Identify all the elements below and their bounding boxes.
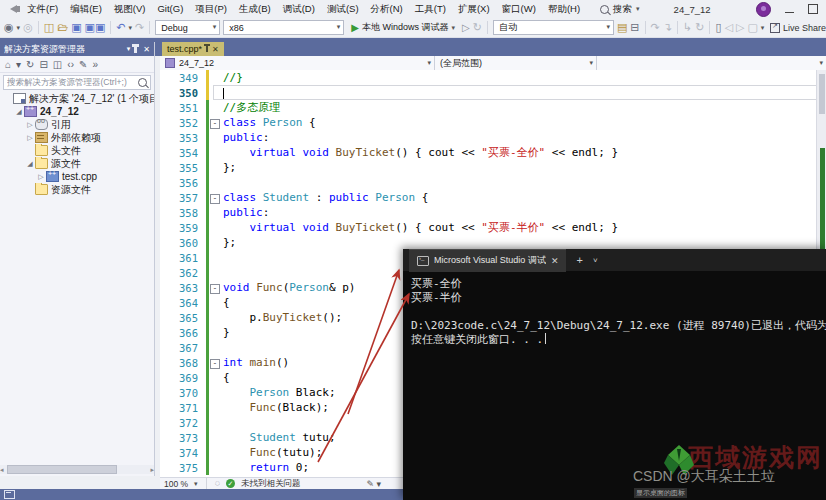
- code-line[interactable]: 350: [160, 85, 826, 100]
- menu-item[interactable]: 分析(N): [365, 1, 409, 18]
- menu-item[interactable]: Git(G): [151, 1, 189, 18]
- nav-back-icon[interactable]: ◉: [4, 22, 14, 33]
- start-without-debug-icon[interactable]: ▷: [462, 22, 470, 33]
- tree-expander-icon[interactable]: ▷: [25, 134, 35, 142]
- close-icon[interactable]: ✕: [551, 256, 559, 266]
- breakpoint-icon[interactable]: ⊟: [630, 22, 639, 33]
- member-dropdown[interactable]: ▾: [597, 56, 826, 70]
- chevron-down-icon[interactable]: ˅: [593, 256, 598, 265]
- properties-icon[interactable]: ✎: [79, 59, 87, 70]
- fold-marker-icon[interactable]: -: [209, 191, 221, 204]
- tree-item[interactable]: ▷test.cpp: [0, 170, 154, 183]
- tree-item[interactable]: 资源文件: [0, 183, 154, 196]
- code-line[interactable]: 351//多态原理: [160, 100, 826, 115]
- new-tab-icon[interactable]: +: [576, 254, 582, 266]
- scope-dropdown[interactable]: (全局范围) ▾: [435, 56, 597, 70]
- menu-item[interactable]: 扩展(X): [452, 1, 496, 18]
- menu-item[interactable]: 视图(V): [108, 1, 152, 18]
- step-out-icon[interactable]: ↳: [683, 22, 692, 33]
- tree-item[interactable]: 解决方案 '24_7_12' (1 个项目，共 1 个: [0, 92, 154, 105]
- fold-marker-icon[interactable]: -: [209, 356, 221, 369]
- open-file-icon[interactable]: 🗁: [57, 22, 68, 33]
- attach-icon[interactable]: ▤: [617, 22, 627, 33]
- scroll-left-icon[interactable]: ◂: [0, 466, 4, 474]
- hot-reload-icon[interactable]: ↻: [473, 22, 482, 33]
- prev-bookmark-icon[interactable]: ◁: [725, 22, 733, 33]
- chevron-down-icon[interactable]: ▾: [127, 45, 131, 53]
- scrollbar-thumb[interactable]: [819, 74, 825, 114]
- bookmark-icon[interactable]: ▯: [715, 22, 721, 33]
- code-line[interactable]: 352-class Person {: [160, 115, 826, 130]
- horizontal-scrollbar[interactable]: ◂ ▸: [0, 465, 154, 474]
- configuration-dropdown[interactable]: Debug: [155, 20, 220, 35]
- menu-item[interactable]: 帮助(H): [542, 1, 586, 18]
- code-line[interactable]: 354 virtual void BuyTicket() { cout << "…: [160, 145, 826, 160]
- tree-expander-icon[interactable]: ▷: [36, 173, 46, 181]
- auto-dropdown[interactable]: 自动: [493, 20, 614, 35]
- sync-icon[interactable]: ↻: [26, 59, 34, 70]
- close-icon[interactable]: ✕: [212, 45, 219, 54]
- code-line[interactable]: 355};: [160, 160, 826, 175]
- overflow-icon[interactable]: ▾: [761, 24, 765, 32]
- menu-item[interactable]: 工具(T): [409, 1, 452, 18]
- filter-icon[interactable]: ▾: [16, 59, 21, 70]
- menu-item[interactable]: 文件(F): [21, 1, 64, 18]
- edit-mode-icon[interactable]: ✎ ▾: [366, 479, 381, 489]
- undo-icon[interactable]: ↶: [116, 22, 125, 33]
- code-line[interactable]: 349//}: [160, 70, 826, 85]
- tab-test-cpp[interactable]: test.cpp* ✕: [162, 42, 224, 56]
- save-icon[interactable]: ▣: [71, 22, 81, 33]
- save-all-icon[interactable]: ▣▣: [85, 22, 106, 33]
- close-icon[interactable]: ✕: [143, 45, 150, 54]
- minimize-button[interactable]: [785, 12, 794, 13]
- tree-item[interactable]: ▷引用: [0, 118, 154, 131]
- redo-icon[interactable]: ↷: [135, 22, 144, 33]
- next-bookmark-icon[interactable]: ▷: [736, 22, 744, 33]
- tree-expander-icon[interactable]: ◢: [25, 160, 35, 168]
- menu-item[interactable]: 调试(D): [277, 1, 321, 18]
- code-line[interactable]: 356: [160, 175, 826, 190]
- menu-item[interactable]: 编辑(E): [64, 1, 108, 18]
- tree-item[interactable]: ◢源文件: [0, 157, 154, 170]
- clear-bookmark-icon[interactable]: ▢: [747, 22, 757, 33]
- menu-item[interactable]: 生成(B): [233, 1, 277, 18]
- menu-item[interactable]: 项目(P): [189, 1, 233, 18]
- zoom-dropdown[interactable]: 100 % ▾: [164, 479, 198, 489]
- account-avatar[interactable]: [756, 2, 771, 17]
- code-line[interactable]: 357-class Student : public Person {: [160, 190, 826, 205]
- scroll-right-icon[interactable]: ▸: [150, 466, 154, 474]
- tree-item[interactable]: ▷外部依赖项: [0, 131, 154, 144]
- search-box[interactable]: 搜索 ▾: [600, 3, 640, 16]
- collapse-all-icon[interactable]: ⊟: [39, 59, 47, 70]
- pin-icon[interactable]: [206, 46, 208, 52]
- platform-dropdown[interactable]: x86: [223, 20, 344, 35]
- console-tab[interactable]: Microsoft Visual Studio 调试 ✕: [409, 249, 566, 272]
- code-view-icon[interactable]: ‹›: [67, 59, 74, 70]
- code-line[interactable]: 359 virtual void BuyTicket() { cout << "…: [160, 220, 826, 235]
- fold-marker-icon[interactable]: -: [209, 116, 221, 129]
- fold-marker-icon[interactable]: -: [209, 281, 221, 294]
- pin-icon[interactable]: [134, 46, 137, 53]
- start-debug-button[interactable]: ▶ 本地 Windows 调试器 ▾: [347, 20, 459, 35]
- menu-item[interactable]: 窗口(W): [496, 1, 542, 18]
- health-icon[interactable]: ◌: [215, 478, 220, 489]
- tree-item[interactable]: ◢24_7_12: [0, 105, 154, 118]
- solution-search-input[interactable]: 搜索解决方案资源管理器(Ctrl+;): [3, 75, 151, 90]
- nav-forward-icon[interactable]: ◎: [23, 22, 33, 33]
- debug-console-window[interactable]: Microsoft Visual Studio 调试 ✕ + ˅ 买票-全价买票…: [403, 249, 826, 500]
- tree-item[interactable]: 头文件: [0, 144, 154, 157]
- restart-icon[interactable]: ↻: [695, 22, 704, 33]
- new-project-icon[interactable]: ◫: [44, 22, 54, 33]
- code-line[interactable]: 358public:: [160, 205, 826, 220]
- chevron-down-icon[interactable]: ▾: [129, 24, 133, 32]
- step-over-icon[interactable]: ↷: [651, 22, 660, 33]
- chevron-down-icon[interactable]: ▾: [17, 24, 21, 32]
- project-dropdown[interactable]: 24_7_12 ▾: [160, 56, 435, 70]
- show-all-files-icon[interactable]: ◫: [53, 59, 62, 70]
- scrollbar-thumb[interactable]: [7, 465, 117, 474]
- maximize-button[interactable]: [808, 4, 818, 14]
- step-into-icon[interactable]: ↴: [663, 22, 672, 33]
- live-share-button[interactable]: Live Share: [770, 23, 826, 33]
- solution-explorer-titlebar[interactable]: 解决方案资源管理器 ▾ ✕: [0, 42, 154, 56]
- menu-item[interactable]: 测试(S): [321, 1, 365, 18]
